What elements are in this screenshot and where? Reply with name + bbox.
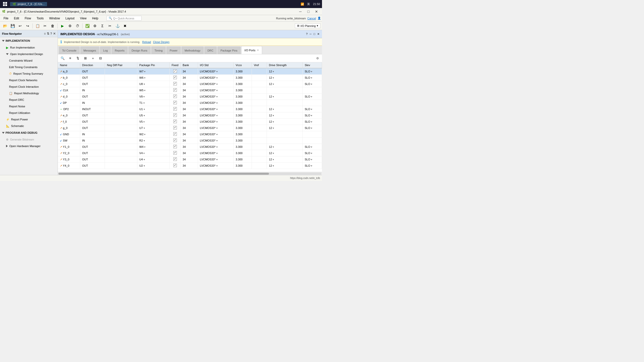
tab-reports[interactable]: Reports xyxy=(111,47,128,54)
pin-dropdown-arrow[interactable]: ▾ xyxy=(144,133,145,136)
cell-drive-strength[interactable] xyxy=(267,87,303,94)
cell-io-std[interactable]: LVCMOS33* ▾ xyxy=(198,163,233,169)
layout-selector[interactable]: ⊞ I/O Planning ▾ xyxy=(295,23,320,28)
report-clock-networks-item[interactable]: Report Clock Networks xyxy=(0,77,58,83)
cell-slew[interactable]: SLO ▾ xyxy=(303,68,322,75)
ds-dropdown-arrow[interactable]: ▾ xyxy=(273,108,274,111)
pin-dropdown-arrow[interactable]: ▾ xyxy=(144,164,145,167)
run-button[interactable]: ▶ xyxy=(59,23,66,29)
fixed-checkbox[interactable] xyxy=(173,164,177,167)
table-row[interactable]: ↗ Y3_0 OUT U4 ▾ 34 LVCMOS33* ▾ 3.300 12 … xyxy=(58,156,322,163)
run-implementation-item[interactable]: ▶ Run Implementation xyxy=(0,44,58,51)
bitstream-button[interactable]: ⏱ xyxy=(74,23,81,29)
pin-dropdown-arrow[interactable]: ▾ xyxy=(144,158,145,161)
cell-io-std[interactable]: LVCMOS33* ▾ xyxy=(198,94,233,100)
tab-log[interactable]: Log xyxy=(100,47,111,54)
cell-fixed[interactable] xyxy=(170,144,181,150)
tab-timing[interactable]: Timing xyxy=(151,47,166,54)
maximize-button[interactable]: □ xyxy=(305,9,312,15)
horizontal-scrollbar[interactable] xyxy=(58,172,322,175)
cell-io-std[interactable]: LVCMOS33* ▾ xyxy=(198,150,233,156)
cell-package-pin[interactable]: V5 ▾ xyxy=(137,119,169,125)
slew-dropdown-arrow[interactable]: ▾ xyxy=(311,164,312,167)
cell-package-pin[interactable]: V8 ▾ xyxy=(137,94,169,100)
cell-package-pin[interactable]: U8 ▾ xyxy=(137,81,169,87)
check-button[interactable]: ✅ xyxy=(84,23,91,29)
taskbar-app-item[interactable]: 🌿 project_7_6 - [C:/Us... xyxy=(10,2,47,6)
cell-fixed[interactable] xyxy=(170,150,181,156)
drc-button[interactable]: ✖ xyxy=(122,23,129,29)
io-std-dropdown-arrow[interactable]: ▾ xyxy=(216,127,218,129)
cut-button[interactable]: ✂ xyxy=(42,23,49,29)
cell-package-pin[interactable]: U5 ▾ xyxy=(137,112,169,119)
cell-fixed[interactable] xyxy=(170,87,181,94)
fixed-checkbox[interactable] xyxy=(173,82,177,85)
slew-dropdown-arrow[interactable]: ▾ xyxy=(311,83,312,85)
fixed-checkbox[interactable] xyxy=(173,151,177,155)
nav-collapse-all-button[interactable]: ≡ xyxy=(44,32,46,35)
table-row[interactable]: ↗ Y4_0 OUT U2 ▾ 34 LVCMOS33* ▾ 3.300 12 … xyxy=(58,163,322,169)
open-hardware-manager-item[interactable]: Open Hardware Manager xyxy=(0,143,58,149)
open-implemented-design-item[interactable]: Open Implemented Design xyxy=(0,51,58,57)
io-collapse-all-button[interactable]: ⇅ xyxy=(74,55,81,61)
pin-dropdown-arrow[interactable]: ▾ xyxy=(144,127,145,129)
cell-io-std[interactable]: LVCMOS33* ▾ xyxy=(198,112,233,119)
cell-package-pin[interactable]: W7 ▾ xyxy=(137,68,169,75)
cell-package-pin[interactable]: W5 ▾ xyxy=(137,87,169,94)
ds-dropdown-arrow[interactable]: ▾ xyxy=(273,120,274,123)
slew-dropdown-arrow[interactable]: ▾ xyxy=(311,146,312,148)
schematic-item[interactable]: 📐 Schematic xyxy=(0,123,58,129)
report-power-item[interactable]: ⚡ Report Power xyxy=(0,116,58,123)
pin-dropdown-arrow[interactable]: ▾ xyxy=(144,83,145,85)
report-clock-interaction-item[interactable]: Report Clock Interaction xyxy=(0,83,58,90)
cell-fixed[interactable] xyxy=(170,81,181,87)
io-std-dropdown-arrow[interactable]: ▾ xyxy=(216,89,218,92)
report-utilization-item[interactable]: Report Utilization xyxy=(0,110,58,116)
open-button[interactable]: 📂 xyxy=(2,23,9,29)
design-help-icon[interactable]: ? xyxy=(306,32,307,36)
cell-drive-strength[interactable] xyxy=(267,100,303,106)
io-std-dropdown-arrow[interactable]: ▾ xyxy=(216,139,218,142)
cell-io-std[interactable]: LVCMOS33* ▾ xyxy=(198,156,233,163)
io-expand-all-button[interactable]: ≡ xyxy=(67,55,73,61)
nav-expand-all-button[interactable]: ⇅ xyxy=(47,32,49,35)
table-row[interactable]: ↗ c_0 OUT U8 ▾ 34 LVCMOS33* ▾ 3.300 12 ▾… xyxy=(58,81,322,87)
cell-drive-strength[interactable]: 12 ▾ xyxy=(267,163,303,169)
cell-fixed[interactable] xyxy=(170,131,181,138)
cell-drive-strength[interactable] xyxy=(267,138,303,144)
menu-tools[interactable]: Tools xyxy=(34,16,46,21)
sigma-button[interactable]: Σ xyxy=(99,23,106,29)
nav-close-button[interactable]: ✕ xyxy=(53,32,56,35)
cell-fixed[interactable] xyxy=(170,125,181,131)
tab-drc[interactable]: DRC xyxy=(204,47,217,54)
cell-fixed[interactable] xyxy=(170,106,181,112)
pin-dropdown-arrow[interactable]: ▾ xyxy=(143,120,145,123)
cell-slew[interactable]: SLO ▾ xyxy=(303,75,322,81)
slew-dropdown-arrow[interactable]: ▾ xyxy=(311,95,312,98)
cell-slew[interactable]: SLO ▾ xyxy=(303,112,322,119)
menu-help[interactable]: Help xyxy=(90,16,101,21)
io-search-button[interactable]: 🔍 xyxy=(59,55,66,61)
io-std-dropdown-arrow[interactable]: ▾ xyxy=(216,102,218,104)
ds-dropdown-arrow[interactable]: ▾ xyxy=(273,164,274,167)
report-timing-summary-item[interactable]: ⏱ Report Timing Summary xyxy=(0,70,58,77)
io-remove-button[interactable]: ⊟ xyxy=(97,55,104,61)
fixed-checkbox[interactable] xyxy=(173,120,177,123)
cell-slew[interactable]: SLO ▾ xyxy=(303,94,322,100)
program-debug-header[interactable]: PROGRAM AND DEBUG xyxy=(0,129,58,136)
slew-dropdown-arrow[interactable]: ▾ xyxy=(311,108,312,111)
start-button[interactable] xyxy=(2,1,8,7)
tab-messages[interactable]: Messages xyxy=(80,47,99,54)
cell-package-pin[interactable]: U7 ▾ xyxy=(137,125,169,131)
redo-button[interactable]: ↪ xyxy=(24,23,31,29)
io-std-dropdown-arrow[interactable]: ▾ xyxy=(216,133,218,136)
cell-drive-strength[interactable]: 12 ▾ xyxy=(267,150,303,156)
report-drc-item[interactable]: Report DRC xyxy=(0,97,58,103)
edit-timing-constraints-item[interactable]: Edit Timing Constraints xyxy=(0,64,58,70)
cell-drive-strength[interactable] xyxy=(267,131,303,138)
table-row[interactable]: ↗ d_0 OUT V8 ▾ 34 LVCMOS33* ▾ 3.300 12 ▾… xyxy=(58,94,322,100)
cell-slew[interactable]: SLO ▾ xyxy=(303,144,322,150)
quick-access-field[interactable]: 🔍 Q+ Quick Access xyxy=(106,16,142,21)
implementation-header[interactable]: IMPLEMENTATION xyxy=(0,37,58,44)
menu-window[interactable]: Window xyxy=(47,16,62,21)
